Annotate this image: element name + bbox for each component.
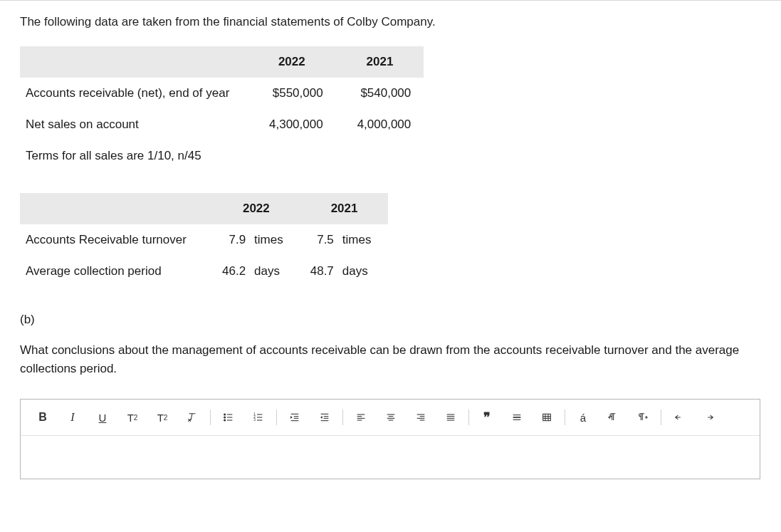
outdent-icon — [319, 412, 330, 423]
col-blank — [20, 46, 248, 78]
cell-value: $540,000 — [336, 78, 424, 109]
cell-value: 4,000,000 — [336, 109, 424, 140]
toolbar-separator — [342, 410, 343, 425]
question-text: What conclusions about the management of… — [20, 341, 760, 377]
col-2021: 2021 — [336, 46, 424, 78]
table-row: Net sales on account 4,300,000 4,000,000 — [20, 109, 424, 140]
outdent-button[interactable] — [310, 405, 340, 429]
rtl-button[interactable] — [628, 405, 658, 429]
subscript-button[interactable]: T2 — [117, 405, 147, 429]
clear-format-icon — [187, 412, 198, 423]
numbered-list-icon: 123 — [253, 412, 264, 423]
row-label: Accounts Receivable turnover — [20, 224, 212, 256]
align-justify-button[interactable] — [436, 405, 466, 429]
col-2022: 2022 — [212, 193, 300, 224]
special-char-button[interactable]: á — [568, 405, 598, 429]
part-b-label: (b) — [20, 313, 761, 327]
align-justify-icon — [445, 412, 456, 423]
editor-textarea[interactable] — [21, 436, 760, 479]
align-left-icon — [355, 412, 367, 423]
col-blank — [20, 193, 212, 224]
undo-button[interactable] — [664, 405, 694, 429]
table-icon — [541, 412, 552, 423]
rtl-icon — [637, 412, 649, 423]
align-right-button[interactable] — [406, 405, 436, 429]
toolbar-separator — [565, 410, 565, 425]
row-label: Net sales on account — [20, 109, 248, 140]
cell-value: $550,000 — [248, 78, 336, 109]
rich-text-editor: B I U T2 T2 123 ❞ á — [20, 399, 760, 479]
cell-value — [336, 140, 424, 172]
bullet-list-button[interactable] — [214, 405, 243, 429]
redo-button[interactable] — [694, 405, 724, 429]
underline-button[interactable]: U — [88, 405, 117, 429]
cell-value: 7.5 — [300, 224, 338, 256]
align-right-icon — [415, 412, 426, 423]
toolbar-separator — [468, 410, 469, 425]
svg-point-0 — [224, 414, 226, 415]
cell-unit: times — [338, 224, 389, 256]
svg-point-2 — [224, 419, 226, 421]
ltr-button[interactable] — [598, 405, 628, 429]
row-label: Terms for all sales are 1/10, n/45 — [20, 140, 248, 172]
toolbar-separator — [276, 410, 277, 425]
ratios-table: 2022 2021 Accounts Receivable turnover 7… — [20, 193, 388, 287]
intro-text: The following data are taken from the fi… — [20, 15, 761, 29]
table-row: Terms for all sales are 1/10, n/45 — [20, 140, 424, 172]
row-label: Accounts receivable (net), end of year — [20, 78, 248, 109]
table-header-row: 2022 2021 — [20, 46, 424, 78]
indent-button[interactable] — [280, 405, 310, 429]
financial-data-table: 2022 2021 Accounts receivable (net), end… — [20, 46, 424, 172]
cell-value: 4,300,000 — [248, 109, 336, 140]
horizontal-rule-icon — [511, 412, 523, 423]
align-center-icon — [385, 412, 397, 423]
table-row: Accounts Receivable turnover 7.9 times 7… — [20, 224, 388, 256]
svg-text:3: 3 — [253, 418, 256, 422]
align-center-button[interactable] — [376, 405, 406, 429]
cell-value: 46.2 — [212, 256, 250, 287]
svg-rect-39 — [543, 414, 551, 420]
table-button[interactable] — [532, 405, 562, 429]
bullet-list-icon — [223, 412, 234, 423]
indent-icon — [289, 412, 300, 423]
undo-icon — [673, 412, 685, 423]
redo-icon — [703, 412, 715, 423]
bold-button[interactable]: B — [28, 405, 58, 429]
cell-unit: days — [250, 256, 300, 287]
horizontal-rule-button[interactable] — [502, 405, 532, 429]
row-label: Average collection period — [20, 256, 212, 287]
toolbar-separator — [661, 410, 661, 425]
numbered-list-button[interactable]: 123 — [243, 405, 273, 429]
ltr-icon — [607, 412, 619, 423]
cell-unit: times — [250, 224, 300, 256]
align-left-button[interactable] — [346, 405, 376, 429]
toolbar-separator — [210, 410, 211, 425]
svg-point-1 — [224, 417, 226, 418]
italic-button[interactable]: I — [58, 405, 88, 429]
cell-value: 48.7 — [300, 256, 338, 287]
cell-value — [248, 140, 336, 172]
blockquote-button[interactable]: ❞ — [472, 405, 502, 429]
superscript-button[interactable]: T2 — [147, 405, 177, 429]
table-header-row: 2022 2021 — [20, 193, 388, 224]
col-2022: 2022 — [248, 46, 336, 78]
cell-value: 7.9 — [212, 224, 250, 256]
table-row: Average collection period 46.2 days 48.7… — [20, 256, 388, 287]
clear-format-button[interactable] — [177, 405, 207, 429]
editor-toolbar: B I U T2 T2 123 ❞ á — [21, 400, 760, 436]
col-2021: 2021 — [300, 193, 389, 224]
table-row: Accounts receivable (net), end of year $… — [20, 78, 424, 109]
cell-unit: days — [338, 256, 389, 287]
